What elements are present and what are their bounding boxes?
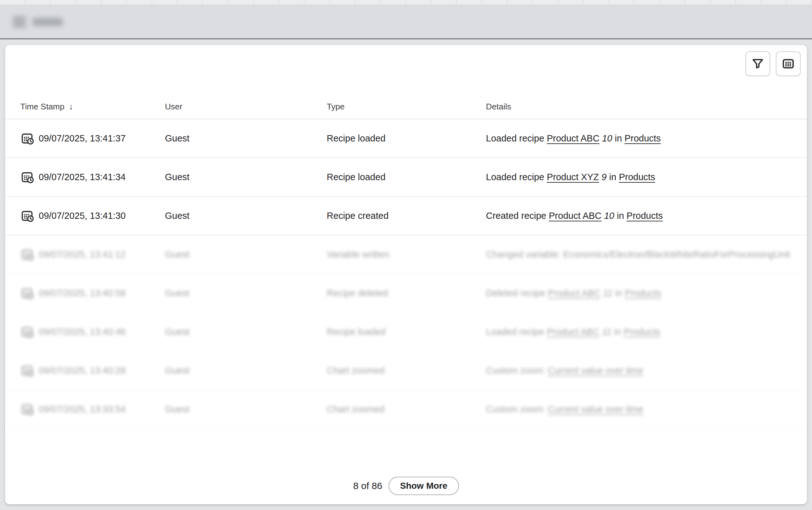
details-text: in [614, 211, 627, 221]
details-text: Changed variable: Economics/Electron/Bla… [486, 249, 790, 260]
calendar-clock-icon [20, 363, 34, 378]
details-link: Products [625, 288, 661, 298]
cell-user: Guest [165, 172, 327, 182]
details-link[interactable]: Product ABC [549, 211, 601, 221]
details-text: Loaded recipe [486, 172, 547, 182]
screen: Time Stamp↓UserTypeDetails 09/07/2025, 1… [0, 0, 812, 510]
table-row: 09/07/2025, 13:41:30GuestRecipe createdC… [5, 197, 807, 235]
details-text [600, 327, 602, 337]
cell-details: Loaded recipe Product ABC 11 in Products [486, 327, 792, 337]
cell-details: Created recipe Product ABC 10 in Product… [486, 211, 792, 221]
details-link[interactable]: Products [619, 172, 655, 182]
details-text [601, 288, 603, 298]
cell-type: Recipe created [327, 211, 486, 221]
calendar-clock-icon [20, 131, 34, 145]
show-more-button[interactable]: Show More [388, 477, 459, 495]
table-toolbar [745, 51, 801, 76]
table-row: 09/07/2025, 13:40:46GuestRecipe loadedLo… [5, 313, 807, 352]
column-header-details[interactable]: Details [486, 102, 792, 112]
column-header-label: Type [327, 102, 345, 112]
details-link: Product ABC [547, 327, 600, 337]
table-row: 09/07/2025, 13:33:54GuestChart zoomedCus… [5, 390, 807, 429]
details-link[interactable]: Products [625, 133, 661, 143]
calendar-clock-icon [20, 402, 34, 416]
cell-type: Recipe deleted [327, 288, 486, 298]
cell-details: Changed variable: Economics/Electron/Bla… [486, 249, 792, 260]
cell-user: Guest [165, 211, 327, 221]
browser-edge-strip [0, 0, 812, 4]
cell-user: Guest [165, 133, 327, 144]
column-header-type[interactable]: Type [327, 102, 486, 112]
details-link[interactable]: Products [627, 211, 663, 221]
menu-icon[interactable] [13, 17, 26, 27]
cell-timestamp: 09/07/2025, 13:40:28 [20, 363, 165, 378]
details-text: Loaded recipe [486, 327, 547, 337]
pagination: 8 of 86 Show More [5, 476, 807, 496]
menu-label-blurred [32, 18, 63, 26]
timestamp-value: 09/07/2025, 13:41:34 [39, 172, 125, 182]
table-body: 09/07/2025, 13:41:37GuestRecipe loadedLo… [5, 119, 807, 429]
calendar-clock-icon [20, 209, 34, 223]
calendar-clock-icon [20, 286, 34, 300]
audit-log-table: Time Stamp↓UserTypeDetails 09/07/2025, 1… [5, 94, 807, 429]
cell-timestamp: 09/07/2025, 13:33:54 [20, 402, 165, 416]
timestamp-value: 09/07/2025, 13:41:37 [39, 133, 125, 144]
timestamp-value: 09/07/2025, 13:40:58 [39, 288, 125, 298]
calendar-clock-icon [20, 325, 34, 339]
details-text: 10 [604, 211, 614, 221]
details-text: in [612, 133, 625, 143]
details-text: 11 [603, 288, 612, 298]
table-row: 09/07/2025, 13:40:28GuestChart zoomedCus… [5, 352, 807, 390]
cell-timestamp: 09/07/2025, 13:41:34 [20, 170, 165, 184]
details-text: Custom zoom: [486, 404, 548, 414]
table-row: 09/07/2025, 13:41:37GuestRecipe loadedLo… [5, 119, 807, 158]
details-text: 11 [602, 327, 612, 337]
filter-button[interactable] [745, 51, 770, 76]
cell-timestamp: 09/07/2025, 13:40:46 [20, 325, 165, 339]
details-link[interactable]: Product XYZ [547, 172, 599, 182]
cell-user: Guest [165, 288, 327, 298]
cell-details: Custom zoom: Current value over time [486, 365, 792, 376]
details-text: Deleted recipe [486, 288, 548, 298]
column-header-user[interactable]: User [165, 102, 327, 112]
timestamp-value: 09/07/2025, 13:40:28 [39, 365, 125, 376]
cell-type: Chart zoomed [327, 365, 486, 376]
cell-timestamp: 09/07/2025, 13:40:58 [20, 286, 165, 300]
table-row: 09/07/2025, 13:40:58GuestRecipe deletedD… [5, 274, 807, 313]
cell-timestamp: 09/07/2025, 13:41:37 [20, 131, 165, 145]
details-text: in [612, 288, 625, 298]
table-columns-icon [781, 57, 795, 71]
row-count-label: 8 of 86 [353, 480, 382, 491]
details-link: Current value over time [548, 365, 643, 376]
timestamp-value: 09/07/2025, 13:41:12 [39, 249, 125, 260]
details-text: Loaded recipe [486, 133, 547, 143]
details-text: 10 [602, 133, 612, 143]
calendar-clock-icon [20, 170, 34, 184]
cell-user: Guest [165, 327, 327, 337]
cell-details: Deleted recipe Product ABC 11 in Product… [486, 288, 792, 298]
cell-user: Guest [165, 365, 327, 376]
details-text [600, 133, 602, 143]
sort-desc-icon: ↓ [69, 102, 73, 112]
cell-user: Guest [165, 249, 327, 260]
funnel-icon [751, 57, 765, 71]
table-row: 09/07/2025, 13:41:12GuestVariable writte… [5, 235, 807, 274]
details-text: Created recipe [486, 211, 549, 221]
column-header-time-stamp[interactable]: Time Stamp↓ [20, 102, 165, 112]
cell-type: Recipe loaded [327, 327, 486, 337]
column-header-label: Details [486, 102, 511, 112]
details-text: in [606, 172, 619, 182]
column-header-label: User [165, 102, 182, 112]
column-header-label: Time Stamp [20, 102, 64, 112]
cell-type: Recipe loaded [327, 172, 486, 182]
cell-timestamp: 09/07/2025, 13:41:30 [20, 209, 165, 223]
columns-button[interactable] [776, 51, 801, 76]
details-link[interactable]: Product ABC [547, 133, 600, 143]
cell-details: Custom zoom: Current value over time [486, 404, 792, 415]
cell-timestamp: 09/07/2025, 13:41:12 [20, 247, 165, 261]
details-link: Current value over time [548, 404, 643, 414]
audit-log-card: Time Stamp↓UserTypeDetails 09/07/2025, 1… [5, 45, 807, 504]
details-link: Products [624, 327, 660, 337]
details-text: in [612, 327, 624, 337]
table-row: 09/07/2025, 13:41:34GuestRecipe loadedLo… [5, 158, 807, 197]
